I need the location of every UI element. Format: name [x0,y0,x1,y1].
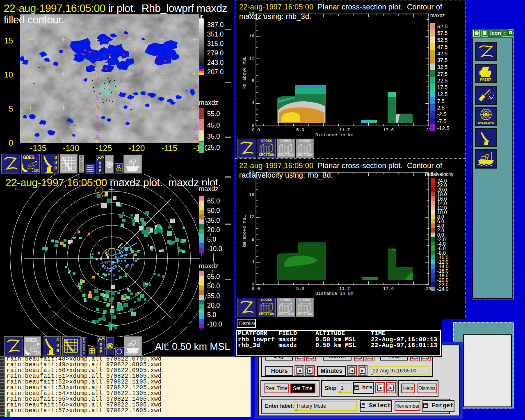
svg-text:PRINT: PRINT [480,78,491,82]
svg-text:OVERLAYS: OVERLAYS [478,121,494,125]
